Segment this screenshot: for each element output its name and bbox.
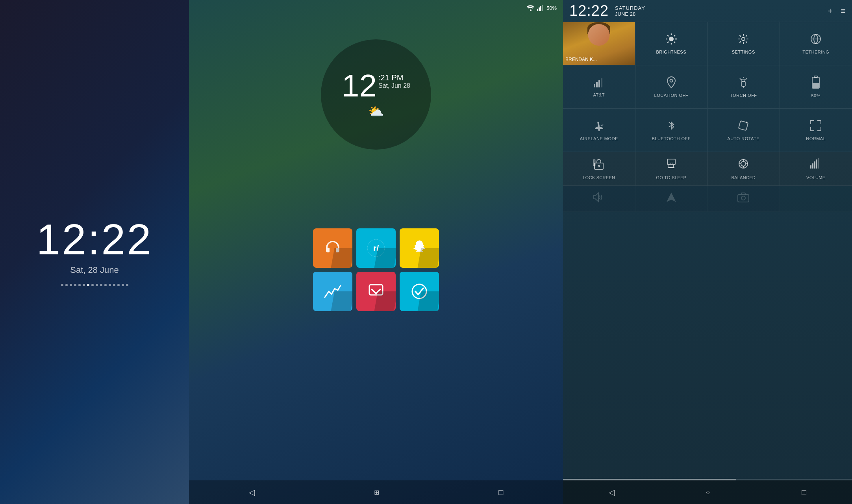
lockscreen-label: LOCK SCREEN bbox=[583, 175, 615, 180]
dot bbox=[100, 284, 102, 286]
svg-rect-1 bbox=[539, 7, 540, 11]
shade-scrollbar[interactable] bbox=[563, 479, 852, 480]
svg-rect-22 bbox=[601, 78, 602, 87]
torch-label: TORCH OFF bbox=[730, 93, 757, 98]
dot bbox=[96, 284, 98, 286]
tile-brightness[interactable]: BRIGHTNESS bbox=[635, 22, 708, 65]
dot bbox=[104, 284, 107, 286]
tile-volume[interactable]: VOLUME bbox=[780, 152, 852, 186]
dot bbox=[109, 284, 111, 286]
dot bbox=[61, 284, 63, 286]
camera-icon bbox=[737, 192, 750, 206]
torch-icon bbox=[738, 76, 748, 91]
svg-rect-21 bbox=[598, 80, 600, 87]
app-finance[interactable] bbox=[313, 272, 352, 311]
app-reddit[interactable]: r/ bbox=[356, 228, 396, 268]
location-icon bbox=[666, 76, 677, 91]
widget-hour: 12 bbox=[342, 70, 377, 102]
dot bbox=[83, 284, 85, 286]
svg-text:zz: zz bbox=[670, 161, 674, 165]
wifi-icon bbox=[527, 5, 535, 11]
tile-sleep[interactable]: zz GO TO SLEEP bbox=[635, 152, 708, 186]
tile-battery[interactable]: 50% bbox=[780, 65, 852, 109]
dot bbox=[78, 284, 81, 286]
svg-line-16 bbox=[674, 35, 675, 36]
home-button[interactable]: ⊞ bbox=[366, 485, 387, 500]
svg-rect-43 bbox=[816, 159, 817, 169]
app-grid: r/ bbox=[313, 228, 439, 311]
back-button[interactable]: ◁ bbox=[241, 484, 263, 501]
dot bbox=[91, 284, 94, 286]
tethering-icon bbox=[809, 33, 822, 47]
tile-camera-partial[interactable] bbox=[708, 186, 780, 212]
tile-tethering[interactable]: TETHERING bbox=[780, 22, 852, 65]
brightness-label: BRIGHTNESS bbox=[656, 50, 686, 54]
app-snapchat[interactable] bbox=[400, 228, 439, 268]
tile-sound-partial[interactable] bbox=[563, 186, 635, 212]
tile-user[interactable]: BRENDAN K... bbox=[563, 22, 635, 65]
signal-icon bbox=[537, 5, 544, 11]
tile-autorotate[interactable]: AUTO ROTATE bbox=[708, 109, 780, 152]
shade-time: 12:22 bbox=[569, 2, 609, 19]
user-photo: BRENDAN K... bbox=[563, 22, 635, 65]
bluetooth-label: BLUETOOTH OFF bbox=[652, 136, 691, 141]
shade-recent-button[interactable]: □ bbox=[794, 484, 814, 501]
settings-icon bbox=[737, 33, 750, 47]
bluetooth-icon bbox=[666, 119, 676, 134]
lockscreen-icon bbox=[593, 158, 605, 173]
battery-label: 50% bbox=[811, 93, 821, 98]
widget-ampm: :21 PM bbox=[378, 73, 410, 82]
svg-rect-19 bbox=[594, 84, 595, 87]
svg-rect-40 bbox=[810, 165, 811, 169]
airplane-icon bbox=[593, 119, 605, 134]
tile-airplane[interactable]: AIRPLANE MODE bbox=[563, 109, 635, 152]
home-screen: 50% 12 :21 PM Sat, Jun 28 ⛅ r/ bbox=[189, 0, 563, 504]
tile-empty-partial bbox=[780, 186, 852, 212]
att-icon bbox=[593, 76, 605, 90]
status-bar: 50% bbox=[189, 0, 563, 16]
app-headphones[interactable] bbox=[313, 228, 352, 268]
dot bbox=[70, 284, 72, 286]
balanced-label: BALANCED bbox=[731, 175, 756, 180]
tile-nav-partial[interactable] bbox=[635, 186, 708, 212]
tile-settings[interactable]: SETTINGS bbox=[708, 22, 780, 65]
nav-bar: ◁ ⊞ □ bbox=[189, 480, 563, 504]
user-face bbox=[588, 24, 610, 46]
svg-rect-2 bbox=[540, 6, 541, 11]
tile-bluetooth[interactable]: BLUETOOTH OFF bbox=[635, 109, 708, 152]
svg-text:r/: r/ bbox=[373, 243, 379, 253]
recent-button[interactable]: □ bbox=[491, 484, 511, 501]
svg-line-17 bbox=[667, 42, 669, 43]
menu-button[interactable]: ≡ bbox=[841, 6, 846, 16]
tile-normal[interactable]: NORMAL bbox=[780, 109, 852, 152]
scrollbar-thumb bbox=[563, 479, 736, 480]
tile-att[interactable]: AT&T bbox=[563, 65, 635, 109]
shade-home-button[interactable]: ○ bbox=[698, 484, 718, 500]
user-name: BRENDAN K... bbox=[565, 57, 597, 62]
shade-date-block: SATURDAY JUNE 28 bbox=[615, 5, 645, 17]
autorotate-label: AUTO ROTATE bbox=[727, 136, 759, 141]
app-tasks[interactable] bbox=[400, 272, 439, 311]
normal-icon bbox=[809, 119, 822, 134]
tile-balanced[interactable]: BALANCED bbox=[708, 152, 780, 186]
normal-label: NORMAL bbox=[806, 136, 826, 141]
svg-rect-45 bbox=[738, 195, 749, 202]
tile-torch[interactable]: TORCH OFF bbox=[708, 65, 780, 109]
shade-date: JUNE 28 bbox=[615, 11, 645, 17]
widget-weather: ⛅ bbox=[368, 104, 384, 119]
app-pocket[interactable] bbox=[356, 272, 396, 311]
tile-lockscreen[interactable]: LOCK SCREEN bbox=[563, 152, 635, 186]
svg-rect-31 bbox=[593, 159, 595, 166]
svg-rect-29 bbox=[595, 163, 603, 169]
shade-header-actions: + ≡ bbox=[828, 6, 846, 16]
svg-rect-26 bbox=[814, 76, 817, 78]
add-tile-button[interactable]: + bbox=[828, 6, 833, 16]
dot bbox=[113, 284, 115, 286]
svg-point-8 bbox=[412, 284, 426, 298]
lock-time: 12:22 bbox=[36, 218, 152, 261]
shade-back-button[interactable]: ◁ bbox=[601, 484, 622, 501]
dot bbox=[65, 284, 68, 286]
shade-day: SATURDAY bbox=[615, 5, 645, 11]
brightness-icon bbox=[665, 33, 678, 47]
tile-location[interactable]: LOCATION OFF bbox=[635, 65, 708, 109]
